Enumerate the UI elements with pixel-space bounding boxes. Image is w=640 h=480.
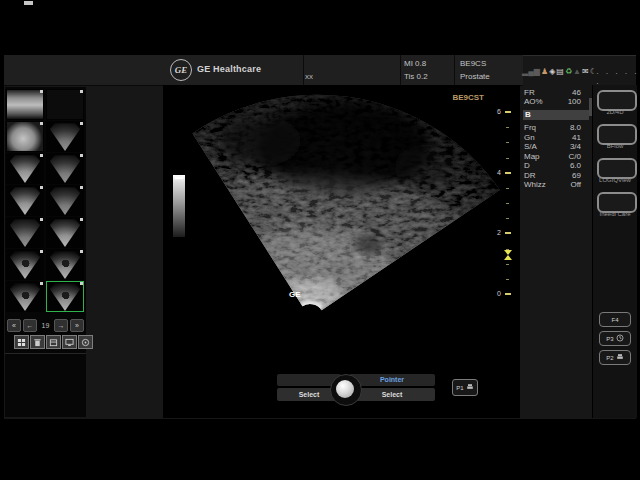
thumbnail-corner-mark — [80, 122, 83, 125]
thumbnail[interactable] — [6, 281, 44, 312]
thumbnail-image — [7, 282, 43, 311]
soft-button-label: Ineedl Care — [593, 211, 637, 217]
depth-label: 2 — [497, 229, 501, 236]
param-label: Map — [524, 152, 540, 161]
archive-tool-button[interactable] — [46, 335, 61, 349]
p1-label: P1 — [456, 385, 463, 391]
soft-button-label: 2D/4D — [593, 109, 637, 115]
grid-tool-button[interactable] — [14, 335, 29, 349]
active-probe-label: BE9CST — [452, 93, 484, 102]
wifi-icon: ◈ — [549, 67, 555, 77]
thumbnail[interactable] — [46, 185, 84, 216]
param-value: 41 — [572, 133, 581, 142]
thumbnail-image — [7, 154, 43, 183]
depth-tick-minor — [506, 127, 509, 128]
ultrasound-image-area[interactable]: GE BE9CST 6420 — [163, 85, 520, 418]
clock-icon — [616, 334, 624, 343]
thumbnail-corner-mark — [80, 282, 83, 285]
thumbnail-corner-mark — [40, 250, 43, 253]
thumbnail-image — [7, 250, 43, 279]
page-number: 19 — [39, 322, 52, 329]
printer-icon — [616, 353, 624, 362]
mail-icon: ✉ — [582, 67, 589, 77]
soft-button-label: BFlow — [593, 143, 637, 149]
param-row-map: MapC/0 — [523, 152, 585, 161]
soft-button-bflow[interactable] — [597, 124, 637, 145]
p2-button[interactable]: P2 — [599, 350, 631, 365]
prev-page-button[interactable]: ← — [23, 319, 37, 332]
ultrasound-fan: GE — [163, 85, 520, 418]
param-value: 8.0 — [570, 123, 581, 132]
annotation-text: xx — [305, 72, 313, 81]
next-page-button[interactable]: → — [54, 319, 68, 332]
thumbnail[interactable] — [6, 153, 44, 184]
p3-button[interactable]: P3 — [599, 331, 631, 346]
trash-icon — [33, 333, 42, 351]
thumbnail-image — [47, 186, 83, 215]
parameter-panel: FR46AO%100 B Frq8.0Gn41S/A3/4MapC/0D6.0D… — [523, 85, 590, 418]
param-label: Frq — [524, 123, 536, 132]
thumbnail-image — [7, 218, 43, 247]
soft-button-ineedl-care[interactable] — [597, 192, 637, 213]
scroll-tab[interactable] — [589, 98, 592, 116]
video-corner-mark — [24, 1, 33, 5]
thumbnail-corner-mark — [40, 186, 43, 189]
probe-name: BE9CS — [460, 59, 486, 68]
trackball-indicator[interactable] — [330, 374, 362, 406]
soft-key-column: 2D/4DBFlowLOGIQViewIneedl Care F4P3P2 — [592, 85, 637, 418]
thumbnail[interactable] — [6, 249, 44, 280]
p2-label: P2 — [606, 355, 613, 361]
param-row-dr: DR69 — [523, 171, 585, 180]
thumbnail[interactable] — [6, 185, 44, 216]
signal-bars-icon: ▂▄▆ — [522, 67, 540, 77]
monitor-tool-button[interactable] — [62, 335, 77, 349]
param-value: 69 — [572, 171, 581, 180]
thumbnail-image — [47, 122, 83, 151]
param-value: 46 — [572, 88, 581, 97]
archive-icon — [49, 333, 58, 351]
thumbnail[interactable] — [6, 217, 44, 248]
soft-button-2d-4d[interactable] — [597, 90, 637, 111]
exam-preset: Prostate — [460, 72, 490, 81]
thumbnail[interactable] — [46, 153, 84, 184]
titlebar-divider — [454, 55, 455, 85]
depth-tick-minor — [506, 188, 509, 189]
depth-tick-major — [505, 232, 511, 234]
first-page-button[interactable]: « — [7, 319, 21, 332]
f4-label: F4 — [611, 317, 618, 323]
param-row-d: D6.0 — [523, 161, 585, 170]
disk-tool-button[interactable] — [78, 335, 93, 349]
thumbnail[interactable] — [6, 89, 44, 120]
thumbnail-image — [47, 250, 83, 279]
network-icon: ♻ — [565, 67, 572, 77]
trash-tool-button[interactable] — [30, 335, 45, 349]
thumbnail[interactable] — [46, 121, 84, 152]
param-label: AO% — [524, 97, 543, 106]
thumbnail[interactable] — [46, 89, 84, 120]
sidebar-divider — [5, 353, 86, 354]
param-label: Whizz — [524, 180, 546, 189]
tis-readout: Tis 0.2 — [404, 72, 428, 81]
pointer-tool-label[interactable]: Pointer — [349, 374, 435, 386]
thumbnail[interactable] — [46, 217, 84, 248]
focus-marker-icon[interactable] — [504, 250, 512, 260]
last-page-button[interactable]: » — [70, 319, 84, 332]
ge-logo-icon: GE — [170, 59, 192, 81]
user-icon: ♟ — [541, 67, 548, 77]
p1-print-button[interactable]: P1 — [452, 379, 478, 396]
param-row-sa: S/A3/4 — [523, 142, 585, 151]
param-row-gn: Gn41 — [523, 133, 585, 142]
thumbnail-corner-mark — [40, 90, 43, 93]
soft-button-logiqview[interactable] — [597, 158, 637, 179]
thumbnail[interactable] — [46, 249, 84, 280]
monitor-icon — [65, 333, 74, 351]
f4-button[interactable]: F4 — [599, 312, 631, 327]
thumbnail-corner-mark — [40, 282, 43, 285]
thumbnail[interactable] — [6, 121, 44, 152]
thumbnail-corner-mark — [40, 122, 43, 125]
depth-tick-minor — [506, 142, 509, 143]
thumbnail-corner-mark — [80, 154, 83, 157]
param-value: 3/4 — [570, 142, 581, 151]
readout-row-fr: FR46 — [523, 88, 585, 97]
thumbnail-selected[interactable] — [46, 281, 84, 312]
